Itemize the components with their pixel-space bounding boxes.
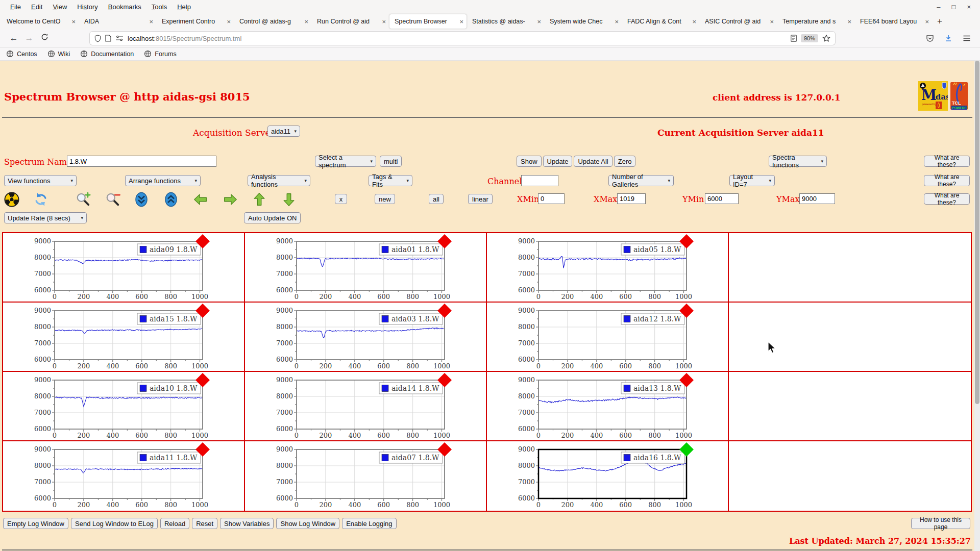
what-are-these-button-2[interactable]: What are these? <box>924 175 970 186</box>
what-are-these-button-1[interactable]: What are these? <box>924 156 970 167</box>
refresh-button[interactable] <box>33 192 48 207</box>
menu-view[interactable]: View <box>47 2 72 12</box>
ymax-input[interactable] <box>799 193 835 204</box>
spectrum-chart[interactable]: 600070008000900002004006008001000aida14 … <box>274 374 452 441</box>
update-all-button[interactable]: Update All <box>574 156 612 167</box>
x-button[interactable]: x <box>335 194 347 204</box>
browser-tab[interactable]: Statistics @ aidas-× <box>467 14 544 29</box>
arrow-down-button[interactable] <box>281 192 297 207</box>
show-log-window-button[interactable]: Show Log Window <box>276 518 339 529</box>
zoom-level-badge[interactable]: 90% <box>801 34 818 42</box>
gallery-cell[interactable]: 600070008000900002004006008001000aida05 … <box>487 233 729 303</box>
gallery-cell[interactable]: 600070008000900002004006008001000aida13 … <box>487 372 729 441</box>
scrollbar-thumb[interactable] <box>975 61 979 404</box>
gallery-cell[interactable]: 600070008000900002004006008001000aida12 … <box>487 303 729 372</box>
arrow-left-button[interactable] <box>193 192 208 207</box>
all-button[interactable]: all <box>429 194 444 204</box>
maximize-button[interactable]: □ <box>952 3 956 11</box>
send-log-window-to-elog-button[interactable]: Send Log Window to ELog <box>71 518 158 529</box>
bookmark-forums[interactable]: Forums <box>144 50 176 58</box>
acquisition-server-select[interactable]: aida11▾ <box>267 126 300 137</box>
spectrum-chart[interactable]: 600070008000900002004006008001000aida05 … <box>516 235 694 303</box>
reset-button[interactable]: Reset <box>192 518 217 529</box>
arrange-functions-select[interactable]: Arrange functions▾ <box>125 175 201 186</box>
browser-tab[interactable]: ASIC Control @ aid× <box>700 14 777 29</box>
new-button[interactable]: new <box>375 194 395 204</box>
zero-button[interactable]: Zero <box>614 156 636 167</box>
pocket-icon[interactable] <box>926 34 934 42</box>
tags-fits-select[interactable]: Tags & Fits▾ <box>369 175 412 186</box>
what-are-these-button-3[interactable]: What are these? <box>924 193 970 205</box>
menu-file[interactable]: File <box>5 2 26 12</box>
spectrum-chart[interactable]: 600070008000900002004006008001000aida11 … <box>32 443 210 511</box>
auto-update-button[interactable]: Auto Update ON <box>244 212 301 223</box>
spectrum-chart[interactable]: 600070008000900002004006008001000aida13 … <box>516 374 694 441</box>
new-tab-button[interactable]: + <box>932 16 947 27</box>
xmin-input[interactable] <box>538 193 565 204</box>
minimize-button[interactable]: – <box>937 3 940 11</box>
back-button[interactable]: ← <box>6 33 21 43</box>
spectrum-name-input[interactable] <box>67 156 216 167</box>
menu-tools[interactable]: Tools <box>146 2 172 12</box>
tab-close-icon[interactable]: × <box>304 18 308 26</box>
bookmark-centos[interactable]: Centos <box>6 50 37 58</box>
reader-mode-icon[interactable] <box>791 35 797 42</box>
arrow-up-button[interactable] <box>252 192 267 207</box>
spectra-functions-select[interactable]: Spectra functions▾ <box>769 156 827 167</box>
menu-bookmarks[interactable]: Bookmarks <box>103 2 146 12</box>
spectrum-chart[interactable]: 600070008000900002004006008001000aida10 … <box>32 374 210 441</box>
close-button[interactable]: × <box>967 3 971 11</box>
vertical-scrollbar[interactable] <box>974 61 980 551</box>
update-rate-select[interactable]: Update Rate (8 secs)▾ <box>4 212 87 223</box>
bookmark-star-icon[interactable] <box>822 34 830 42</box>
bookmark-wiki[interactable]: Wiki <box>47 50 70 58</box>
enable-logging-button[interactable]: Enable Logging <box>342 518 396 529</box>
hamburger-menu-icon[interactable] <box>963 35 971 42</box>
browser-tab[interactable]: Control @ aidas-g× <box>234 14 311 29</box>
gallery-cell[interactable]: 600070008000900002004006008001000aida10 … <box>3 372 245 441</box>
spectrum-chart[interactable]: 600070008000900002004006008001000aida16 … <box>516 443 694 511</box>
browser-tab[interactable]: FADC Align & Cont× <box>622 14 699 29</box>
radiation-zero-button[interactable] <box>4 192 19 207</box>
tab-close-icon[interactable]: × <box>692 18 696 26</box>
tab-close-icon[interactable]: × <box>459 18 463 26</box>
arrow-right-button[interactable] <box>223 192 238 207</box>
browser-tab[interactable]: Run Control @ aid× <box>312 14 389 29</box>
linear-button[interactable]: linear <box>468 194 493 204</box>
browser-tab[interactable]: AIDA× <box>79 14 156 29</box>
browser-tab[interactable]: Temperature and s× <box>777 14 854 29</box>
xmax-input[interactable] <box>617 193 646 204</box>
bookmark-documentation[interactable]: Documentation <box>80 50 134 58</box>
browser-tab[interactable]: System wide Chec× <box>545 14 622 29</box>
gallery-cell[interactable]: 600070008000900002004006008001000aida07 … <box>245 441 487 511</box>
gallery-cell[interactable]: 600070008000900002004006008001000aida11 … <box>3 441 245 511</box>
multi-button[interactable]: multi <box>380 156 402 167</box>
downloads-icon[interactable] <box>944 34 952 42</box>
show-button[interactable]: Show <box>517 156 542 167</box>
scroll-up-button[interactable] <box>164 192 179 207</box>
spectrum-chart[interactable]: 600070008000900002004006008001000aida01 … <box>274 235 452 303</box>
analysis-functions-select[interactable]: Analysis functions▾ <box>248 175 310 186</box>
gallery-cell[interactable]: 600070008000900002004006008001000aida03 … <box>245 303 487 372</box>
reload-button[interactable]: Reload <box>160 518 189 529</box>
spectrum-chart[interactable]: 600070008000900002004006008001000aida09 … <box>32 235 210 303</box>
tab-close-icon[interactable]: × <box>770 18 774 26</box>
show-variables-button[interactable]: Show Variables <box>220 518 274 529</box>
permissions-icon[interactable] <box>115 35 124 42</box>
spectrum-chart[interactable]: 600070008000900002004006008001000aida15 … <box>32 305 210 372</box>
browser-tab[interactable]: FEE64 board Layou× <box>855 14 932 29</box>
layout-id-select[interactable]: Layout ID=7▾ <box>729 175 775 186</box>
tab-close-icon[interactable]: × <box>382 18 386 26</box>
page-info-icon[interactable] <box>105 35 111 42</box>
gallery-cell[interactable]: 600070008000900002004006008001000aida09 … <box>3 233 245 303</box>
tcl-powered-logo-image[interactable]: TCL POWERED <box>950 81 968 111</box>
spectrum-chart[interactable]: 600070008000900002004006008001000aida12 … <box>516 305 694 372</box>
tab-close-icon[interactable]: × <box>71 18 76 26</box>
gallery-cell[interactable]: 600070008000900002004006008001000aida15 … <box>3 303 245 372</box>
menu-help[interactable]: Help <box>172 2 196 12</box>
tab-close-icon[interactable]: × <box>847 18 851 26</box>
reload-button[interactable] <box>37 33 52 43</box>
how-to-use-button[interactable]: How to use this page <box>911 518 970 529</box>
browser-tab[interactable]: Welcome to CentO× <box>2 14 79 29</box>
forward-button[interactable]: → <box>21 33 37 43</box>
